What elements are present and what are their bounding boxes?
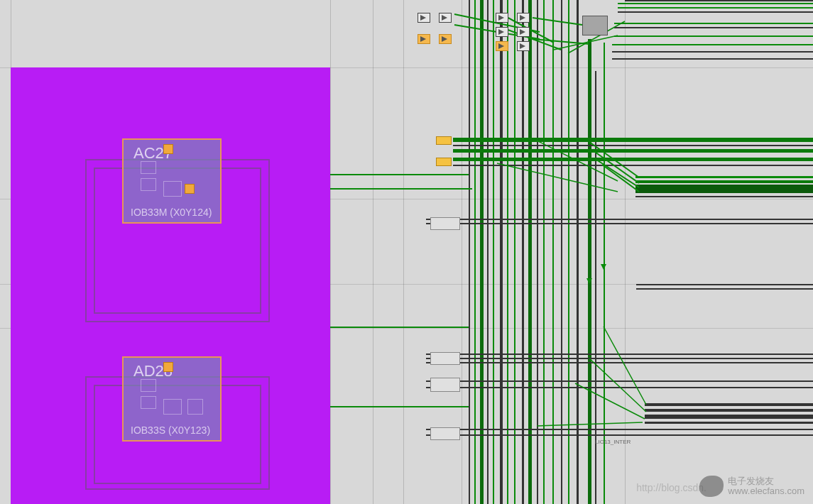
bel-box	[141, 396, 156, 409]
buffer-cell[interactable]	[496, 13, 508, 23]
svg-line-11	[602, 165, 639, 192]
bel-box	[141, 178, 156, 191]
buffer-cell-used[interactable]	[418, 34, 430, 44]
switchbox[interactable]	[430, 427, 460, 440]
watermark-url: http://blog.csdn.	[636, 482, 706, 493]
switch-marker[interactable]	[436, 136, 452, 145]
watermark: 电子发烧友 www.elecfans.com	[699, 476, 804, 497]
fpga-device-view[interactable]: AC27 IOB33M (X0Y124) AD28 IOB33S (X0Y123…	[0, 0, 813, 504]
switchbox[interactable]	[430, 217, 460, 230]
svg-marker-18	[586, 278, 592, 284]
svg-line-17	[537, 422, 643, 426]
used-bel-marker	[163, 144, 173, 154]
buffer-cell-used[interactable]	[496, 41, 508, 51]
bel-box	[163, 181, 182, 197]
buffer-cell[interactable]	[517, 41, 530, 51]
watermark-text: 电子发烧友 www.elecfans.com	[728, 476, 804, 497]
buffer-cell[interactable]	[517, 13, 530, 23]
svg-line-6	[554, 35, 618, 50]
buffer-cell-used[interactable]	[439, 34, 452, 44]
svg-marker-19	[601, 264, 606, 270]
bel-box	[163, 399, 182, 415]
iob-tile-ad28[interactable]: AD28 IOB33S (X0Y123)	[122, 356, 222, 442]
site-label: IOB33M (X0Y124)	[131, 207, 212, 218]
used-bel-marker	[185, 184, 195, 194]
svg-line-15	[589, 358, 646, 412]
iob-tile-ac27[interactable]: AC27 IOB33M (X0Y124)	[122, 138, 222, 224]
interconnect-label: LIO13_INTER	[595, 439, 631, 445]
bel-box	[141, 161, 156, 174]
switchbox[interactable]	[430, 352, 460, 365]
bel-box	[187, 399, 203, 415]
buffer-cell[interactable]	[439, 13, 452, 23]
svg-line-4	[533, 18, 582, 25]
watermark-brand: 电子发烧友	[728, 476, 804, 486]
bel-box	[141, 379, 156, 392]
svg-line-14	[604, 327, 646, 405]
watermark-logo-icon	[699, 476, 724, 497]
buffer-cell[interactable]	[517, 27, 530, 37]
site-label: IOB33S (X0Y123)	[131, 424, 210, 436]
watermark-domain: www.elecfans.com	[728, 486, 804, 496]
svg-line-13	[497, 163, 618, 192]
switchbox[interactable]	[430, 378, 460, 392]
svg-line-9	[593, 150, 639, 183]
switch-marker[interactable]	[436, 158, 452, 166]
buffer-cell[interactable]	[496, 27, 508, 37]
used-bel-marker	[163, 362, 173, 372]
buffer-cell[interactable]	[418, 13, 430, 23]
logic-block[interactable]	[582, 16, 608, 35]
